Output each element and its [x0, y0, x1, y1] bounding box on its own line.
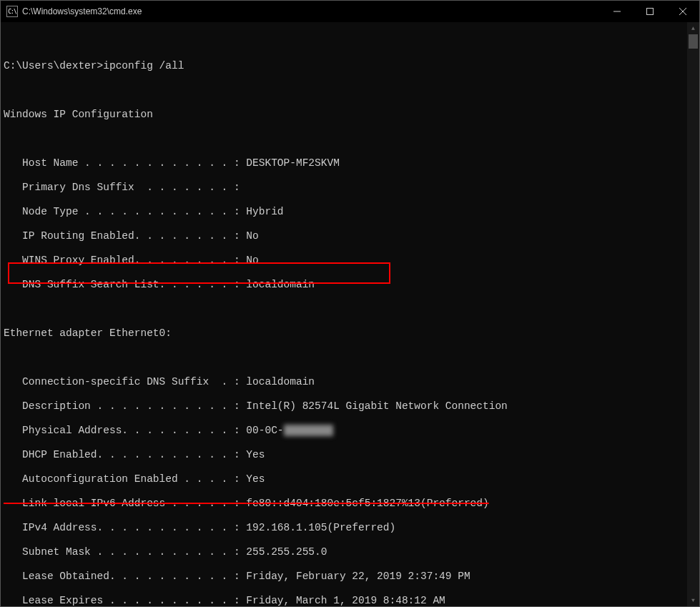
ipv4-value: 192.168.1.105(Preferred) — [246, 522, 395, 533]
field-value: fe80::d404:180e:5cf5:1827%13(Preferred) — [246, 498, 488, 509]
cmd-icon: C:\ — [6, 6, 18, 17]
scroll-down-arrow-icon[interactable]: ▼ — [687, 594, 699, 606]
field-label: Physical Address. . . . . . . . . : — [4, 425, 246, 436]
field-value: Yes — [246, 473, 265, 485]
scroll-up-arrow-icon[interactable]: ▲ — [687, 22, 699, 34]
field-value: Friday, March 1, 2019 8:48:12 AM — [246, 595, 445, 606]
ipv4-label: IPv4 Address. . . . . . . . . . . : — [4, 522, 246, 533]
field-label: Connection-specific DNS Suffix . : — [4, 376, 246, 388]
field-label: Link-local IPv6 Address . . . . . : — [4, 498, 246, 509]
field-label: Subnet Mask . . . . . . . . . . . : — [4, 546, 246, 558]
terminal-output[interactable]: C:\Users\dexter>ipconfig /all Windows IP… — [1, 22, 687, 606]
field-value: No — [246, 230, 258, 242]
field-label: Lease Obtained. . . . . . . . . . : — [4, 571, 246, 582]
prompt-path: C:\Users\dexter> — [4, 60, 103, 71]
field-label: Description . . . . . . . . . . . : — [4, 400, 246, 412]
title-bar[interactable]: C:\ C:\Windows\system32\cmd.exe — [1, 1, 699, 22]
maximize-button[interactable] — [634, 1, 666, 22]
field-label: DHCP Enabled. . . . . . . . . . . : — [4, 449, 246, 460]
field-value: 255.255.255.0 — [246, 546, 327, 558]
field-label: Node Type . . . . . . . . . . . . : — [4, 206, 246, 217]
scroll-thumb[interactable] — [689, 34, 698, 49]
window-controls — [601, 1, 699, 22]
field-label: Host Name . . . . . . . . . . . . : — [4, 157, 246, 169]
redacted-value: ██-██-██ — [284, 425, 334, 436]
field-value: Hybrid — [246, 206, 283, 217]
field-value: localdomain — [246, 279, 315, 290]
field-value: localdomain — [246, 376, 315, 388]
field-value: 00-0C- — [246, 425, 283, 436]
field-value: Yes — [246, 449, 265, 460]
window-title: C:\Windows\system32\cmd.exe — [22, 6, 601, 16]
section-header: Windows IP Configuration — [4, 109, 687, 121]
vertical-scrollbar[interactable]: ▲ ▼ — [687, 22, 699, 606]
field-label: IP Routing Enabled. . . . . . . . : — [4, 230, 246, 242]
command-prompt-window: C:\ C:\Windows\system32\cmd.exe C:\Users… — [0, 0, 700, 607]
field-value: DESKTOP-MF2SKVM — [246, 157, 340, 169]
field-value: Friday, February 22, 2019 2:37:49 PM — [246, 571, 470, 582]
minimize-button[interactable] — [601, 1, 634, 22]
section-header: Ethernet adapter Ethernet0: — [4, 327, 687, 340]
field-label: DNS Suffix Search List. . . . . . : — [4, 279, 246, 290]
svg-rect-0 — [647, 9, 654, 15]
command-text: ipconfig /all — [103, 60, 184, 71]
field-value: No — [246, 255, 258, 266]
field-label: Primary Dns Suffix . . . . . . . : — [4, 182, 240, 193]
field-label: Autoconfiguration Enabled . . . . : — [4, 473, 246, 485]
field-label: Lease Expires . . . . . . . . . . : — [4, 595, 246, 606]
terminal-area: C:\Users\dexter>ipconfig /all Windows IP… — [1, 22, 699, 606]
field-label: WINS Proxy Enabled. . . . . . . . : — [4, 255, 246, 266]
close-button[interactable] — [666, 1, 699, 22]
field-value: Intel(R) 82574L Gigabit Network Connecti… — [246, 400, 507, 412]
